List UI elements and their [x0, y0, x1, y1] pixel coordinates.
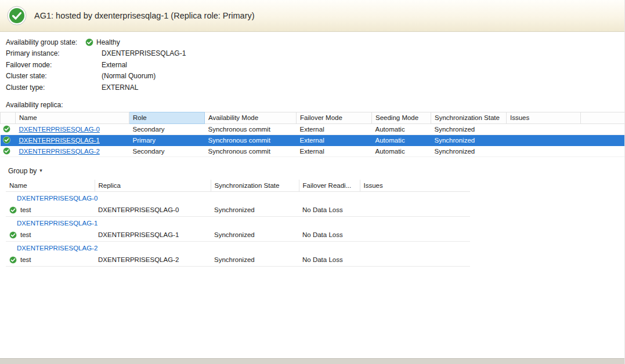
cluster-state-label: Cluster state:: [6, 72, 85, 80]
database-group-row[interactable]: DXENTERPRISESQLAG-1: [6, 216, 470, 229]
database-failover-readiness: No Data Loss: [299, 204, 360, 217]
primary-instance-value: DXENTERPRISESQLAG-1: [85, 49, 186, 57]
database-name: test: [20, 256, 31, 263]
dashboard-header: AG1: hosted by dxenterprisesqlag-1 (Repl…: [0, 0, 624, 32]
database-name: test: [20, 231, 31, 238]
column-header-issues[interactable]: Issues: [360, 180, 470, 192]
column-header-availability-mode[interactable]: Availability Mode: [205, 112, 297, 123]
page-title: AG1: hosted by dxenterprisesqlag-1 (Repl…: [34, 11, 255, 20]
summary-row-failover-mode: Failover mode: External: [6, 59, 624, 71]
replica-issues: [507, 145, 581, 156]
column-header-icon: [1, 112, 16, 123]
database-failover-readiness: No Data Loss: [299, 229, 360, 242]
database-row[interactable]: test DXENTERPRISESQLAG-1 Synchronized No…: [6, 229, 470, 242]
database-healthy-icon: [9, 256, 17, 264]
database-synchronization-state: Synchronized: [211, 229, 299, 242]
database-group-row[interactable]: DXENTERPRISESQLAG-0: [6, 191, 470, 204]
healthy-check-icon: [85, 38, 93, 46]
column-header-name[interactable]: Name: [16, 112, 129, 123]
column-header-seeding-mode[interactable]: Seeding Mode: [372, 112, 431, 123]
database-healthy-icon: [9, 206, 17, 214]
replica-link[interactable]: DXENTERPRISESQLAG-0: [19, 126, 100, 133]
column-header-failover-readiness[interactable]: Failover Readi...: [299, 180, 360, 192]
column-header-filler: [581, 112, 625, 123]
failover-mode-value: External: [85, 61, 127, 69]
database-issues: [360, 229, 470, 242]
summary-row-cluster-state: Cluster state: (Normal Quorum): [6, 71, 624, 82]
summary-row-group-state: Availability group state: Healthy: [6, 37, 624, 48]
summary-row-cluster-type: Cluster type: EXTERNAL: [6, 82, 624, 93]
replica-role: Primary: [129, 134, 205, 145]
replica-table: Name Role Availability Mode Failover Mod…: [0, 112, 625, 157]
database-issues: [360, 254, 470, 267]
chevron-down-icon: ▾: [39, 168, 42, 173]
column-header-failover-mode[interactable]: Failover Mode: [297, 112, 372, 123]
ag-summary: Availability group state: Healthy Primar…: [0, 32, 624, 93]
database-group-name[interactable]: DXENTERPRISESQLAG-0: [6, 191, 470, 204]
database-synchronization-state: Synchronized: [211, 204, 299, 217]
column-header-name[interactable]: Name: [6, 180, 95, 192]
cluster-type-value: EXTERNAL: [85, 83, 138, 92]
failover-mode-label: Failover mode:: [6, 61, 85, 69]
primary-instance-label: Primary instance:: [6, 49, 85, 57]
replica-role: Secondary: [129, 145, 205, 156]
database-issues: [360, 204, 470, 217]
replica-role: Secondary: [129, 123, 205, 134]
database-healthy-icon: [9, 231, 17, 239]
replica-link[interactable]: DXENTERPRISESQLAG-2: [19, 148, 100, 155]
replica-seeding-mode: Automatic: [372, 134, 431, 145]
database-synchronization-state: Synchronized: [211, 254, 299, 267]
database-row[interactable]: test DXENTERPRISESQLAG-0 Synchronized No…: [6, 204, 470, 217]
cluster-type-label: Cluster type:: [6, 83, 85, 92]
healthy-status-icon: [7, 6, 27, 26]
column-header-issues[interactable]: Issues: [507, 112, 581, 123]
replica-row-selected[interactable]: DXENTERPRISESQLAG-1 Primary Synchronous …: [1, 134, 625, 145]
group-by-label: Group by: [8, 167, 37, 175]
replica-link[interactable]: DXENTERPRISESQLAG-1: [19, 137, 100, 144]
availability-group-dashboard: AG1: hosted by dxenterprisesqlag-1 (Repl…: [0, 0, 625, 364]
replica-seeding-mode: Automatic: [372, 145, 431, 156]
database-group-name[interactable]: DXENTERPRISESQLAG-2: [6, 241, 470, 254]
replica-row[interactable]: DXENTERPRISESQLAG-0 Secondary Synchronou…: [1, 123, 625, 134]
database-name: test: [20, 206, 31, 213]
summary-row-primary-instance: Primary instance: DXENTERPRISESQLAG-1: [6, 48, 624, 60]
replica-healthy-icon: [3, 147, 10, 155]
replica-seeding-mode: Automatic: [372, 123, 431, 134]
status-bar: [0, 358, 624, 364]
database-replica: DXENTERPRISESQLAG-2: [95, 254, 211, 267]
column-header-synchronization-state[interactable]: Synchronization State: [431, 112, 507, 123]
replica-availability-mode: Synchronous commit: [205, 134, 297, 145]
database-group-row[interactable]: DXENTERPRISESQLAG-2: [6, 241, 470, 254]
cluster-state-value: (Normal Quorum): [85, 72, 156, 80]
replica-issues: [507, 123, 581, 134]
column-header-role[interactable]: Role: [129, 112, 205, 123]
replica-synchronization-state: Synchronized: [431, 123, 507, 134]
replica-issues: [507, 134, 581, 145]
replica-synchronization-state: Synchronized: [431, 134, 507, 145]
availability-replica-label: Availability replica:: [6, 101, 624, 109]
group-state-label: Availability group state:: [6, 38, 85, 46]
database-failover-readiness: No Data Loss: [299, 254, 360, 267]
database-table-header-row: Name Replica Synchronization State Failo…: [6, 180, 470, 192]
database-group-name[interactable]: DXENTERPRISESQLAG-1: [6, 216, 470, 229]
replica-healthy-icon: [3, 136, 10, 144]
replica-failover-mode: External: [297, 123, 372, 134]
replica-availability-mode: Synchronous commit: [205, 145, 297, 156]
database-replica: DXENTERPRISESQLAG-0: [95, 204, 211, 217]
replica-healthy-icon: [3, 125, 10, 133]
database-row[interactable]: test DXENTERPRISESQLAG-2 Synchronized No…: [6, 254, 470, 267]
replica-row[interactable]: DXENTERPRISESQLAG-2 Secondary Synchronou…: [1, 145, 625, 156]
column-header-synchronization-state[interactable]: Synchronization State: [211, 180, 299, 192]
column-header-replica[interactable]: Replica: [95, 180, 211, 192]
group-by-button[interactable]: Group by ▾: [6, 166, 45, 176]
replica-availability-mode: Synchronous commit: [205, 123, 297, 134]
replica-table-header-row: Name Role Availability Mode Failover Mod…: [1, 112, 625, 123]
replica-failover-mode: External: [297, 145, 372, 156]
database-table: Name Replica Synchronization State Failo…: [6, 180, 470, 267]
replica-synchronization-state: Synchronized: [431, 145, 507, 156]
group-state-value: Healthy: [96, 38, 120, 46]
database-replica: DXENTERPRISESQLAG-1: [95, 229, 211, 242]
replica-failover-mode: External: [297, 134, 372, 145]
